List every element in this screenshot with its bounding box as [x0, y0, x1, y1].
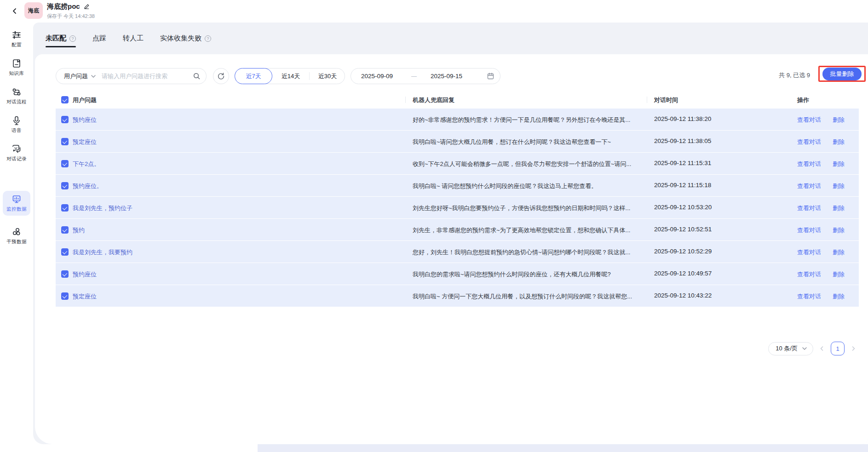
table-row: 预约座位。 我明白啦~ 请问您想预约什么时间段的座位呢？我这边马上帮您查看。 2…	[56, 175, 859, 197]
page-number[interactable]: 1	[831, 342, 845, 355]
bulk-delete-button[interactable]: 批量删除	[822, 68, 862, 80]
question-link[interactable]: 下午2点。	[73, 160, 100, 168]
row-checkbox[interactable]	[61, 226, 69, 234]
delete-link[interactable]: 删除	[833, 248, 845, 257]
view-dialog-link[interactable]: 查看对话	[797, 226, 821, 235]
row-checkbox[interactable]	[61, 270, 69, 278]
search-icon[interactable]	[193, 73, 200, 80]
view-dialog-link[interactable]: 查看对话	[797, 204, 821, 212]
sidebar-item-label: 监控数据	[6, 206, 27, 212]
dialog-time: 2025-09-12 10:52:29	[654, 248, 712, 255]
table-row: 下午2点。 收到~下午2点人可能会稍微多一点呢，但我会尽力帮您安排一个舒适的位置…	[56, 153, 859, 175]
view-dialog-link[interactable]: 查看对话	[797, 160, 821, 168]
help-icon[interactable]: ?	[205, 35, 211, 42]
date-separator: —	[411, 73, 417, 80]
content-card: 用户问题 近7天 近14天 近30天 2025-09-09 — 2025-09-…	[35, 54, 868, 444]
back-button[interactable]	[9, 6, 20, 17]
delete-link[interactable]: 删除	[833, 204, 845, 212]
table-row: 预约座位 我明白您的需求啦~请问您想预约什么时间段的座位，还有大概几位用餐呢? …	[56, 263, 859, 285]
bot-reply: 好的~非常感谢您的预约需求！方便问一下是几位用餐呢？另外想订在今晚还是其...	[413, 116, 650, 124]
date-end[interactable]: 2025-09-15	[431, 73, 462, 80]
dialog-time: 2025-09-12 11:15:18	[654, 182, 711, 189]
highlight-annotation: 批量删除	[818, 66, 866, 82]
search-bar: 用户问题	[56, 68, 207, 84]
column-divider	[647, 97, 647, 103]
field-select-value: 用户问题	[64, 72, 88, 80]
tab-downvote[interactable]: 点踩	[92, 34, 106, 43]
tab-unmatched[interactable]: 未匹配 ?	[46, 34, 76, 43]
mic-icon	[11, 115, 22, 126]
question-link[interactable]: 预约	[73, 226, 85, 235]
date-range-segmented: 近7天 近14天 近30天	[235, 68, 345, 84]
delete-link[interactable]: 删除	[833, 270, 845, 279]
tab-to-human[interactable]: 转人工	[123, 34, 144, 43]
sidebar-item-intervention-data[interactable]: 干预数据	[3, 223, 30, 248]
main-panel: 未匹配 ? 点踩 转人工 实体收集失败 ? 用户问题 近7天	[33, 23, 868, 444]
view-dialog-link[interactable]: 查看对话	[797, 138, 821, 146]
delete-link[interactable]: 删除	[833, 182, 845, 190]
delete-link[interactable]: 删除	[833, 226, 845, 235]
page-title: 海底捞poc	[47, 2, 80, 11]
row-checkbox[interactable]	[61, 138, 69, 145]
sidebar-item-label: 配置	[11, 42, 22, 48]
sidebar-item-knowledge[interactable]: 知识库	[3, 55, 30, 80]
table-row: 预定座位 我明白啦~请问您大概几位用餐，想订在什么时间呢？我这边帮您查看一下~ …	[56, 131, 859, 153]
dialog-time: 2025-09-12 10:53:20	[654, 204, 712, 211]
delete-link[interactable]: 删除	[833, 116, 845, 124]
row-checkbox[interactable]	[61, 116, 69, 123]
sidebar-item-label: 对话流程	[6, 99, 27, 105]
page-size-select[interactable]: 10 条/页	[768, 342, 813, 355]
row-checkbox[interactable]	[61, 292, 69, 300]
edit-icon[interactable]	[84, 4, 90, 10]
sidebar-item-dialog-flow[interactable]: 对话流程	[3, 84, 30, 109]
row-checkbox[interactable]	[61, 248, 69, 256]
question-link[interactable]: 预约座位	[73, 116, 97, 124]
select-all-checkbox[interactable]	[61, 96, 69, 103]
question-link[interactable]: 我是刘先生，预约位子	[73, 204, 132, 212]
column-header-reply: 机器人兜底回复	[413, 96, 454, 104]
row-checkbox[interactable]	[61, 160, 69, 167]
refresh-button[interactable]	[213, 68, 229, 84]
question-link[interactable]: 我是刘先生，我要预约	[73, 248, 132, 257]
delete-link[interactable]: 删除	[833, 160, 845, 168]
question-link[interactable]: 预约座位	[73, 270, 97, 279]
monitor-icon	[11, 194, 22, 204]
range-30d-button[interactable]: 近30天	[309, 69, 346, 84]
chevron-down-icon	[802, 347, 807, 350]
question-link[interactable]: 预定座位	[73, 292, 97, 301]
delete-link[interactable]: 删除	[833, 292, 845, 301]
top-bar: 海底 海底捞poc 保存于 今天 14:42:38	[0, 0, 868, 23]
selection-summary: 共 9, 已选 9	[779, 71, 810, 80]
next-page-icon[interactable]	[851, 346, 856, 351]
row-checkbox[interactable]	[61, 204, 69, 212]
range-7d-button[interactable]: 近7天	[235, 68, 272, 84]
date-start[interactable]: 2025-09-09	[361, 73, 393, 80]
sidebar-item-monitor-data[interactable]: 监控数据	[3, 191, 30, 216]
field-select[interactable]: 用户问题	[56, 72, 96, 80]
help-icon[interactable]: ?	[69, 35, 76, 42]
date-range-picker[interactable]: 2025-09-09 — 2025-09-15	[351, 68, 500, 84]
row-checkbox[interactable]	[61, 182, 69, 189]
range-14d-button[interactable]: 近14天	[272, 69, 309, 84]
table-row: 预定座位 我明白啦~ 方便问一下您大概几位用餐，以及想预订什么时间段的呢？我这就…	[56, 285, 859, 307]
tab-entity-collect-failed[interactable]: 实体收集失败 ?	[160, 34, 211, 43]
prev-page-icon[interactable]	[819, 346, 825, 351]
view-dialog-link[interactable]: 查看对话	[797, 116, 821, 124]
view-dialog-link[interactable]: 查看对话	[797, 270, 821, 279]
circles-icon	[11, 227, 22, 237]
sidebar-item-config[interactable]: 配置	[3, 27, 30, 51]
bot-reply: 您好，刘先生！我明白您想提前预约的急切心情~请问想约哪个时间段呢？我这就...	[413, 248, 650, 257]
delete-link[interactable]: 删除	[833, 138, 845, 146]
view-dialog-link[interactable]: 查看对话	[797, 182, 821, 190]
question-link[interactable]: 预定座位	[73, 138, 97, 146]
bot-reply: 我明白您的需求啦~请问您想预约什么时间段的座位，还有大概几位用餐呢?	[413, 270, 650, 279]
question-link[interactable]: 预约座位。	[73, 182, 103, 190]
search-input[interactable]	[96, 73, 193, 80]
view-dialog-link[interactable]: 查看对话	[797, 248, 821, 257]
view-dialog-link[interactable]: 查看对话	[797, 292, 821, 301]
table-header: 用户问题 机器人兜底回复 对话时间 操作	[56, 91, 859, 109]
table-row: 我是刘先生，预约位子 刘先生您好呀~我明白您要预约位子，方便告诉我您想预约的日期…	[56, 197, 859, 219]
sidebar-item-voice[interactable]: 语音	[3, 112, 30, 137]
column-header-time: 对话时间	[654, 96, 678, 104]
sidebar-item-dialog-records[interactable]: 对话记录	[3, 141, 30, 166]
